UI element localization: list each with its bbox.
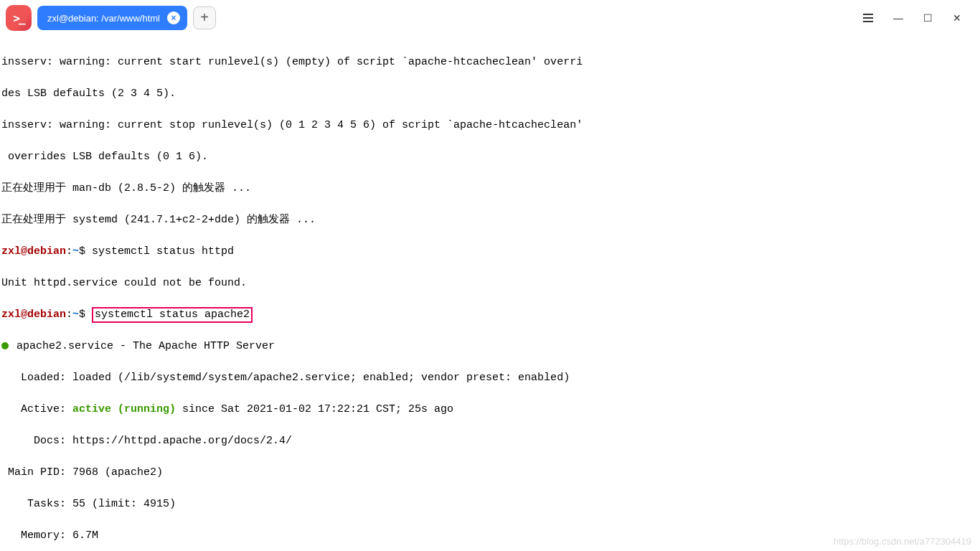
output-line: 正在处理用于 systemd (241.7.1+c2-2+dde) 的触发器 .…: [1, 212, 979, 228]
prompt-path: ~: [72, 309, 79, 321]
tab-close-icon[interactable]: ×: [167, 11, 180, 24]
command-text: systemctl status httpd: [85, 245, 234, 258]
output-line: Memory: 6.7M: [1, 528, 979, 544]
output-line: Main PID: 7968 (apache2): [1, 465, 979, 481]
output-line: Docs: https://httpd.apache.org/docs/2.4/: [1, 433, 979, 449]
prompt-user: zxl@debian: [1, 245, 66, 258]
output-line: Unit httpd.service could not be found.: [1, 276, 979, 291]
terminal-app-icon: [6, 5, 32, 31]
tab-active[interactable]: zxl@debian: /var/www/html ×: [37, 6, 187, 30]
maximize-button[interactable]: ☐: [923, 12, 933, 24]
menu-icon[interactable]: [863, 14, 873, 22]
output-line: overrides LSB defaults (0 1 6).: [1, 149, 979, 165]
highlighted-command: systemctl status apache2: [92, 307, 253, 323]
status-dot-icon: [1, 342, 9, 349]
status-active: active (running): [72, 403, 176, 415]
tab-title: zxl@debian: /var/www/html: [47, 13, 160, 24]
output-line: des LSB defaults (2 3 4 5).: [1, 86, 979, 102]
prompt-line: zxl@debian:~$ systemctl status apache2: [1, 307, 979, 323]
terminal-output[interactable]: insserv: warning: current start runlevel…: [0, 36, 980, 551]
prompt-line: zxl@debian:~$ systemctl status httpd: [1, 244, 979, 260]
minimize-button[interactable]: —: [893, 12, 903, 24]
prompt-path: ~: [72, 245, 79, 258]
output-line: 正在处理用于 man-db (2.8.5-2) 的触发器 ...: [1, 181, 979, 197]
close-button[interactable]: ✕: [953, 12, 961, 24]
output-line: Active: active (running) since Sat 2021-…: [1, 402, 979, 418]
watermark-text: https://blog.csdn.net/a772304419: [834, 536, 971, 547]
output-line: Loaded: loaded (/lib/systemd/system/apac…: [1, 370, 979, 386]
output-line: insserv: warning: current start runlevel…: [1, 55, 979, 70]
new-tab-button[interactable]: +: [193, 6, 216, 29]
output-line: Tasks: 55 (limit: 4915): [1, 496, 979, 512]
window-titlebar: zxl@debian: /var/www/html × + — ☐ ✕: [0, 0, 980, 36]
output-line: apache2.service - The Apache HTTP Server: [1, 339, 979, 354]
prompt-user: zxl@debian: [1, 309, 66, 321]
window-controls: — ☐ ✕: [863, 12, 974, 24]
output-line: insserv: warning: current stop runlevel(…: [1, 118, 979, 133]
